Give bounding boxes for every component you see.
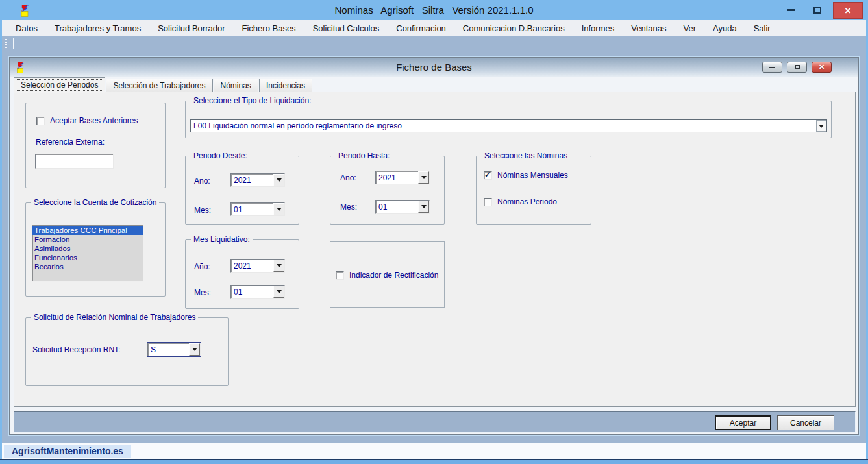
cancelar-button[interactable]: Cancelar <box>777 415 834 430</box>
chevron-down-icon[interactable] <box>418 171 429 184</box>
group-title: Mes Liquidativo: <box>191 235 253 244</box>
ano-label: Año: <box>340 173 356 182</box>
menu-item-trabajadores-y-tramos[interactable]: Trabajadores y Tramos <box>46 20 149 36</box>
menu-item-solicitud-borrador[interactable]: Solicitud Borrador <box>149 20 233 36</box>
child-window-title: Fichero de Bases <box>10 58 858 77</box>
menu-item-fichero-bases[interactable]: Fichero Bases <box>234 20 304 36</box>
menu-item-comunicacion-d-bancarios[interactable]: Comunicacion D.Bancarios <box>454 20 573 36</box>
minimize-icon <box>787 9 795 11</box>
menu-item-informes[interactable]: Informes <box>573 20 623 36</box>
combo-value: 2021 <box>376 173 418 182</box>
group-bases-anteriores: ✓ Aceptar Bases Anteriores Referencia Ex… <box>25 103 166 188</box>
aceptar-bases-anteriores-checkbox[interactable]: ✓ Aceptar Bases Anteriores <box>36 116 138 125</box>
child-restore-icon <box>795 65 800 69</box>
nominas-periodo-checkbox[interactable]: ✓ Nóminas Periodo <box>484 197 557 206</box>
group-mes-liquidativo: Mes Liquidativo: Año: 2021 Mes: 01 <box>185 239 299 309</box>
group-title: Seleccione la Cuenta de Cotización <box>31 198 159 207</box>
main-titlebar: Nominas Agrisoft Siltra Versión 2021.1.1… <box>0 0 868 20</box>
maximize-icon <box>813 7 821 14</box>
periodo-desde-ano-select[interactable]: 2021 <box>230 173 285 187</box>
menu-item-ventanas[interactable]: Ventanas <box>623 20 675 36</box>
aceptar-button[interactable]: Aceptar <box>715 415 771 430</box>
menu-item-datos[interactable]: Datos <box>7 20 46 36</box>
close-button[interactable] <box>833 2 863 19</box>
combo-value: L00 Liquidación normal en período reglam… <box>191 121 816 130</box>
checkbox-box: ✓ <box>36 117 45 125</box>
menu-bar: DatosTrabajadores y TramosSolicitud Borr… <box>0 20 868 36</box>
group-title: Seleccione el Tipo de Liquidación: <box>191 96 314 105</box>
checkbox-label: Indicador de Rectificación <box>349 271 438 280</box>
minimize-button[interactable] <box>780 0 803 20</box>
chevron-down-icon[interactable] <box>273 286 284 298</box>
mes-label: Mes: <box>194 288 211 297</box>
group-solicitud-rnt: Solicitud de Relación Nominal de Trabaja… <box>25 317 229 386</box>
fichero-de-bases-window: Fichero de Bases Selección de PeriodosSe… <box>9 57 859 435</box>
periodo-desde-mes-select[interactable]: 01 <box>230 202 285 216</box>
list-item-asimilados[interactable]: Asimilados <box>32 244 143 253</box>
chevron-down-icon[interactable] <box>273 203 284 215</box>
combo-value: 2021 <box>231 262 273 271</box>
periodo-hasta-mes-select[interactable]: 01 <box>375 200 430 214</box>
window-frame-left <box>0 20 2 459</box>
list-item-formacion[interactable]: Formacion <box>32 235 143 244</box>
nominas-mensuales-checkbox[interactable]: ✓ Nóminas Mensuales <box>484 171 568 180</box>
group-title: Periodo Desde: <box>191 151 250 160</box>
toolbar <box>0 36 868 51</box>
checkbox-label: Nóminas Mensuales <box>497 171 568 180</box>
indicador-rectificacion-checkbox[interactable]: ✓ Indicador de Rectificación <box>336 271 438 280</box>
child-close-button[interactable] <box>812 62 832 73</box>
combo-value: 01 <box>231 205 273 214</box>
chevron-down-icon[interactable] <box>189 343 200 356</box>
menu-item-salir[interactable]: Salir <box>745 20 779 36</box>
check-mark-icon: ✓ <box>484 170 491 179</box>
group-title: Seleccione las Nóminas <box>482 151 570 160</box>
group-periodo-hasta: Periodo Hasta: Año: 2021 Mes: 01 <box>330 156 445 225</box>
ano-label: Año: <box>194 262 210 271</box>
tab-seleccion-de-periodos[interactable]: Selección de Periodos <box>14 77 105 93</box>
child-minimize-icon <box>769 67 775 68</box>
menu-item-solicitud-calculos[interactable]: Solicitud Calculos <box>304 20 388 36</box>
mes-label: Mes: <box>340 202 357 212</box>
chevron-down-icon[interactable] <box>273 174 284 186</box>
checkbox-label: Aceptar Bases Anteriores <box>50 116 138 125</box>
tab-nominas[interactable]: Nóminas <box>214 79 258 92</box>
ccc-listbox[interactable]: Trabajadores CCC PrincipalFormacionAsimi… <box>32 225 143 282</box>
tabpage-seleccion-periodos: ✓ Aceptar Bases Anteriores Referencia Ex… <box>14 92 856 407</box>
child-restore-button[interactable] <box>787 62 807 73</box>
menu-item-ver[interactable]: Ver <box>675 20 704 36</box>
referencia-externa-label: Referencia Externa: <box>36 138 105 147</box>
checkbox-label: Nóminas Periodo <box>497 197 557 206</box>
maximize-button[interactable] <box>806 0 829 20</box>
group-periodo-desde: Periodo Desde: Año: 2021 Mes: 01 <box>185 156 299 225</box>
list-item-trabajadores-ccc-principal[interactable]: Trabajadores CCC Principal <box>32 226 143 235</box>
chevron-down-icon[interactable] <box>816 120 826 132</box>
mes-liquidativo-ano-select[interactable]: 2021 <box>230 259 285 273</box>
child-titlebar[interactable]: Fichero de Bases <box>10 58 858 77</box>
group-title: Solicitud de Relación Nominal de Trabaja… <box>31 313 198 322</box>
child-window-controls <box>762 62 832 73</box>
menu-item-confirmacion[interactable]: Confirmacion <box>388 20 454 36</box>
combo-value: 01 <box>376 202 418 212</box>
combo-value: 2021 <box>231 176 273 185</box>
tipo-liquidacion-select[interactable]: L00 Liquidación normal en período reglam… <box>190 119 827 132</box>
status-bar: AgrisoftMantenimiento.es <box>0 443 868 459</box>
chevron-down-icon[interactable] <box>273 260 284 272</box>
referencia-externa-input[interactable] <box>35 154 114 169</box>
menu-item-ayuda[interactable]: Ayuda <box>704 20 745 36</box>
window-frame-bottom <box>0 459 868 464</box>
child-minimize-button[interactable] <box>762 62 782 73</box>
solicitud-recepcion-rnt-select[interactable]: S <box>147 343 201 356</box>
solicitud-recepcion-rnt-label: Solicitud Recepción RNT: <box>32 345 120 354</box>
mes-liquidativo-mes-select[interactable]: 01 <box>230 285 285 299</box>
status-link[interactable]: AgrisoftMantenimiento.es <box>4 445 131 458</box>
panel-rectificacion: ✓ Indicador de Rectificación <box>330 241 445 308</box>
mes-label: Mes: <box>194 206 211 215</box>
chevron-down-icon[interactable] <box>418 201 429 213</box>
list-item-becarios[interactable]: Becarios <box>32 262 143 271</box>
list-item-funcionarios[interactable]: Funcionarios <box>32 253 143 262</box>
toolbar-grip-handle[interactable] <box>5 39 7 49</box>
tab-seleccion-de-trabajadores[interactable]: Selección de Trabajadores <box>106 79 212 92</box>
tab-incidencias[interactable]: Incidencias <box>259 79 312 92</box>
group-cuenta-cotizacion: Seleccione la Cuenta de Cotización Traba… <box>25 202 166 297</box>
periodo-hasta-ano-select[interactable]: 2021 <box>375 171 430 184</box>
